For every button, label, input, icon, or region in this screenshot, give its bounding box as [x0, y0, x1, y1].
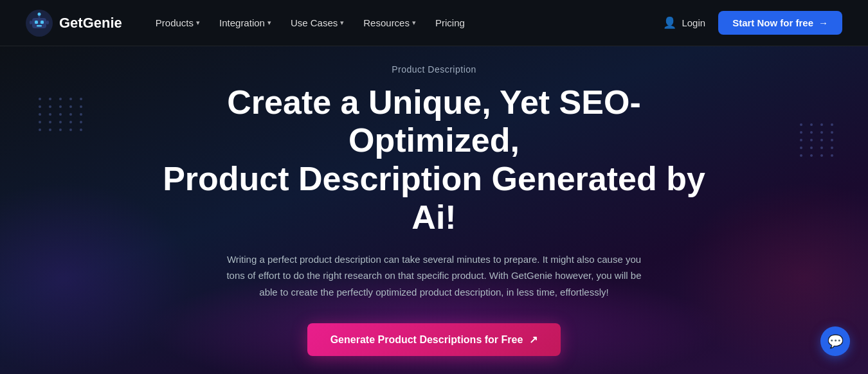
nav-item-products[interactable]: Products ▾ [148, 13, 208, 32]
logo-icon [26, 10, 53, 37]
chevron-down-icon: ▾ [196, 19, 200, 27]
hero-title-line1: Create a Unique, Yet SEO-Optimized, [227, 84, 640, 159]
svg-rect-3 [41, 21, 44, 24]
login-button[interactable]: 👤 Login [663, 16, 705, 30]
nav-links: Products ▾ Integration ▾ Use Cases ▾ Res… [148, 13, 664, 32]
hero-title: Create a Unique, Yet SEO-Optimized, Prod… [158, 84, 710, 237]
navbar: GetGenie Products ▾ Integration ▾ Use Ca… [0, 0, 868, 46]
brand-name: GetGenie [59, 15, 122, 31]
svg-rect-1 [32, 18, 46, 28]
decorative-dots-right [800, 123, 836, 157]
hero-subtitle: Product Description [392, 64, 476, 75]
nav-right: 👤 Login Start Now for free → [663, 11, 842, 35]
nav-item-use-cases[interactable]: Use Cases ▾ [283, 13, 352, 32]
decorative-dots-left [39, 98, 85, 131]
svg-rect-8 [46, 21, 49, 24]
nav-item-resources[interactable]: Resources ▾ [356, 13, 424, 32]
chat-icon: 💬 [827, 334, 844, 349]
hero-section: Product Description Create a Unique, Yet… [0, 46, 868, 374]
logo-link[interactable]: GetGenie [26, 10, 122, 37]
chat-bubble-button[interactable]: 💬 [820, 326, 850, 356]
chevron-down-icon: ▾ [412, 19, 416, 27]
svg-point-6 [38, 12, 41, 15]
start-now-button[interactable]: Start Now for free → [718, 11, 842, 35]
chevron-down-icon: ▾ [340, 19, 344, 27]
nav-item-pricing[interactable]: Pricing [428, 13, 473, 32]
svg-rect-4 [37, 25, 42, 27]
hero-description: Writing a perfect product description ca… [222, 251, 646, 301]
svg-rect-2 [35, 21, 38, 24]
external-link-icon: ↗ [529, 334, 538, 346]
arrow-right-icon: → [818, 17, 828, 28]
nav-item-integration[interactable]: Integration ▾ [212, 13, 279, 32]
chevron-down-icon: ▾ [267, 19, 271, 27]
svg-rect-7 [30, 21, 32, 24]
user-icon: 👤 [663, 16, 676, 30]
hero-title-line2: Product Description Generated by Ai! [163, 160, 705, 236]
cta-button[interactable]: Generate Product Descriptions for Free ↗ [307, 323, 561, 356]
